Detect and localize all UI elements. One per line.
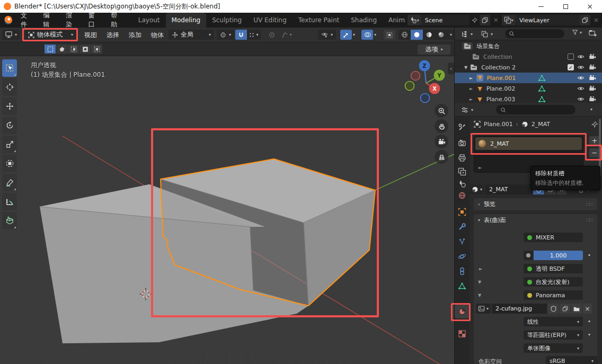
properties-tab-particles[interactable] — [458, 237, 466, 246]
shader1-field[interactable]: 透明 BSDF — [524, 264, 583, 273]
gizmo-z-negative[interactable] — [421, 94, 430, 103]
tool-scale[interactable] — [2, 136, 17, 153]
menu-render[interactable]: 渲染 — [60, 11, 83, 29]
collection-2-checkbox[interactable]: ✓ — [568, 64, 574, 70]
proportional-edit-toggle[interactable] — [266, 30, 278, 40]
view-layer-remove-icon[interactable]: × — [590, 16, 602, 24]
workspace-tab-layout[interactable]: Layout — [132, 13, 166, 28]
material-name-field[interactable]: 2_MAT — [485, 184, 532, 194]
material-slot-item[interactable]: 2_MAT — [475, 137, 582, 150]
properties-tab-modifiers[interactable] — [458, 223, 466, 231]
select-mode-intersect[interactable] — [91, 45, 102, 54]
perspective-toggle-button[interactable] — [435, 150, 448, 164]
properties-tab-constraints[interactable] — [458, 267, 466, 276]
slot-list-expand-icon[interactable]: ► — [479, 165, 482, 170]
sidebar-collapse-arrow[interactable]: ‹ — [448, 63, 454, 74]
tool-cursor[interactable] — [2, 78, 17, 96]
close-button[interactable]: × — [578, 0, 602, 13]
scene-name-field[interactable]: Scene — [421, 15, 470, 25]
expand-arrow-icon[interactable]: ► — [470, 86, 473, 91]
scene-datablock-icon[interactable]: ▾ — [408, 15, 421, 25]
pan-button[interactable] — [435, 119, 448, 133]
editor-type-button[interactable]: ▾ — [2, 30, 20, 40]
show-gizmo-dropdown[interactable]: ▾ — [318, 30, 336, 40]
eye-icon[interactable] — [577, 95, 585, 103]
outliner-row-plane-002[interactable]: ► ▼ Plane.002 — [455, 83, 602, 94]
view-layer-name-field[interactable]: ViewLayer — [516, 15, 580, 25]
properties-tab-object[interactable] — [458, 208, 466, 216]
outliner-editor-type-button[interactable]: ▾ — [458, 29, 476, 39]
viewport-3d[interactable]: 用户透视 (1) 场景集合 | Plane.001 Z Y X — [0, 56, 454, 364]
expand-arrow-icon[interactable]: ► — [479, 267, 482, 271]
colorspace-dropdown[interactable]: sRGB▾ — [546, 356, 597, 364]
interpolation-dropdown[interactable]: 线性▾ — [524, 317, 583, 326]
camera-render-icon[interactable] — [589, 53, 596, 60]
tool-rotate[interactable] — [2, 117, 17, 134]
minimize-button[interactable] — [529, 0, 553, 13]
shading-wireframe-button[interactable] — [399, 31, 411, 38]
workspace-tab-animation[interactable]: Animation — [383, 13, 405, 28]
camera-render-icon[interactable] — [589, 64, 596, 71]
blender-menu-icon[interactable] — [4, 16, 12, 24]
gizmo-y-negative[interactable] — [405, 82, 414, 91]
expand-arrow-icon[interactable]: ► — [470, 97, 473, 102]
tool-annotate[interactable] — [2, 174, 17, 191]
select-mode-invert[interactable] — [79, 45, 91, 54]
menu-object[interactable]: 物体 — [146, 31, 169, 40]
xray-toggle[interactable] — [384, 30, 395, 40]
properties-tab-scene[interactable] — [458, 180, 466, 188]
gizmo-x-negative[interactable] — [411, 72, 420, 81]
open-image-button[interactable] — [571, 304, 582, 314]
image-copy-button[interactable] — [560, 304, 570, 314]
eye-icon[interactable] — [577, 53, 585, 60]
workspace-tab-modeling[interactable]: Modeling — [166, 13, 207, 28]
properties-tab-view-layer[interactable] — [458, 167, 466, 176]
outliner-row-scene-collection[interactable]: 场景集合 — [455, 41, 602, 51]
menu-file[interactable]: 文件 — [15, 11, 38, 29]
image-name-field[interactable]: 2-cufang.jpg — [492, 304, 547, 314]
select-mode-set[interactable] — [45, 45, 56, 54]
panel-grip-icon[interactable]: ∷∷ — [586, 217, 592, 223]
workspace-tab-shading[interactable]: Shading — [345, 13, 383, 28]
tool-move[interactable] — [2, 97, 17, 115]
menu-window[interactable]: 窗口 — [83, 11, 106, 29]
camera-view-button[interactable] — [435, 135, 448, 148]
transform-orientation-dropdown[interactable]: 全局 ▾ — [169, 30, 214, 40]
shader2-field[interactable]: 自发光(发射) — [524, 277, 583, 287]
expand-arrow-icon[interactable]: ▼ — [464, 65, 467, 70]
outliner-display-mode-button[interactable]: ▾ — [478, 29, 496, 39]
camera-render-icon[interactable] — [589, 85, 596, 92]
properties-options-dropdown[interactable]: ▾ — [590, 107, 592, 112]
tool-select-box[interactable] — [2, 59, 17, 77]
pin-id-icon[interactable] — [591, 121, 598, 128]
menu-add[interactable]: 添加 — [124, 31, 146, 40]
tool-measure[interactable] — [2, 193, 17, 210]
view-layer-icon[interactable]: ▾ — [502, 15, 516, 25]
camera-render-icon[interactable] — [589, 95, 596, 103]
tool-options-dropdown[interactable]: 选项 ▾ — [418, 45, 450, 55]
collection-1-checkbox[interactable] — [568, 54, 574, 60]
camera-render-icon[interactable] — [589, 74, 596, 82]
breadcrumb-material[interactable]: 2_MAT — [532, 121, 550, 128]
surface-panel-header[interactable]: ▾ 表(曲)面 ∷∷ — [474, 214, 597, 226]
properties-tab-output[interactable] — [458, 154, 466, 162]
menu-help[interactable]: 帮助 — [105, 11, 128, 29]
workspace-tab-texture-paint[interactable]: Texture Paint — [293, 13, 345, 28]
new-collection-button[interactable] — [589, 29, 597, 37]
snap-toggle[interactable] — [235, 30, 247, 40]
eye-icon[interactable] — [577, 64, 585, 71]
view-layer-copy-button[interactable] — [580, 15, 590, 25]
material-browse-button[interactable]: ▾ — [470, 184, 484, 194]
overlays-dropdown[interactable]: ▾ — [374, 32, 376, 37]
shading-material-button[interactable] — [423, 31, 435, 38]
image-browse-button[interactable]: ▾ — [476, 304, 491, 314]
shading-rendered-button[interactable] — [435, 31, 447, 38]
maximize-button[interactable] — [553, 0, 578, 13]
shading-solid-button[interactable] — [411, 30, 423, 40]
collapse-arrow-icon[interactable]: ▼ — [478, 293, 481, 298]
factor-socket-button[interactable] — [524, 251, 533, 260]
shading-dropdown[interactable]: ▾ — [447, 32, 455, 37]
surface-shader-field[interactable]: MIXER — [524, 233, 583, 242]
menu-edit[interactable]: 编辑 — [38, 11, 61, 29]
preview-panel-header[interactable]: › 预览 ∷∷ — [474, 198, 597, 210]
